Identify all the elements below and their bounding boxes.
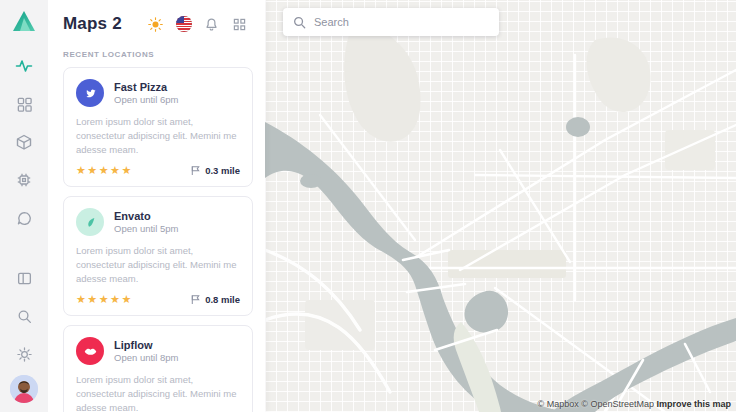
search-input[interactable] — [314, 16, 489, 28]
page-title: Maps 2 — [63, 14, 122, 34]
gear-icon — [16, 346, 33, 363]
rating-stars: ★★★★★ — [76, 164, 133, 176]
location-name: Fast Pizza — [114, 81, 178, 94]
sidebar-item-cpu[interactable] — [5, 161, 43, 199]
location-name: Envato — [114, 210, 178, 223]
icon-sidebar — [0, 0, 48, 412]
app-logo-icon[interactable] — [11, 9, 37, 33]
flag-icon — [190, 165, 201, 176]
fast-pizza-bird-icon — [76, 79, 104, 107]
sidebar-item-activity[interactable] — [5, 47, 43, 85]
grid-icon — [16, 96, 33, 113]
recent-locations-label: RECENT LOCATIONS — [63, 50, 265, 59]
sidebar-item-packages[interactable] — [5, 123, 43, 161]
recent-locations-list: Fast Pizza Open until 6pm Lorem ipsum do… — [63, 67, 265, 412]
us-flag-icon — [176, 16, 192, 32]
chat-bubble-icon — [16, 210, 33, 227]
sidebar-item-layout[interactable] — [5, 259, 43, 297]
location-hours: Open until 8pm — [114, 352, 178, 364]
location-card-lipflow[interactable]: Lipflow Open until 8pm Lorem ipsum dolor… — [63, 325, 253, 412]
location-hours: Open until 5pm — [114, 223, 178, 235]
lipflow-lips-icon — [76, 337, 104, 365]
notifications-button[interactable] — [203, 16, 220, 33]
location-hours: Open until 6pm — [114, 94, 178, 106]
theme-toggle-button[interactable] — [147, 16, 164, 33]
search-icon — [293, 16, 306, 29]
location-description: Lorem ipsum dolor sit amet, consectetur … — [76, 373, 244, 412]
mapbox-attribution: © Mapbox — [538, 399, 579, 409]
location-name: Lipflow — [114, 339, 178, 352]
locations-panel: Maps 2 — [48, 0, 265, 412]
chip-icon — [15, 171, 33, 189]
distance-value: 0.8 mile — [205, 294, 240, 305]
location-card-envato[interactable]: Envato Open until 5pm Lorem ipsum dolor … — [63, 196, 253, 316]
search-icon — [16, 308, 33, 325]
avatar-image — [10, 375, 38, 403]
rating-stars: ★★★★★ — [76, 293, 133, 305]
sun-icon — [148, 17, 163, 32]
map-canvas[interactable]: © Mapbox © OpenStreetMap Improve this ma… — [265, 0, 736, 412]
osm-attribution: © OpenStreetMap — [581, 399, 654, 409]
cube-icon — [15, 133, 33, 151]
panel-header: Maps 2 — [63, 14, 265, 34]
map-features — [265, 0, 736, 412]
maps-app-window: Maps 2 — [0, 0, 736, 412]
apps-grid-icon — [233, 18, 246, 31]
sidebar-item-chat[interactable] — [5, 199, 43, 237]
map-search-bar — [283, 8, 499, 36]
user-avatar[interactable] — [10, 375, 38, 403]
apps-menu-button[interactable] — [231, 16, 248, 33]
flag-icon — [190, 294, 201, 305]
location-card-fast-pizza[interactable]: Fast Pizza Open until 6pm Lorem ipsum do… — [63, 67, 253, 187]
distance-value: 0.3 mile — [205, 165, 240, 176]
map-attribution: © Mapbox © OpenStreetMap Improve this ma… — [538, 399, 731, 409]
envato-leaf-icon — [76, 208, 104, 236]
location-description: Lorem ipsum dolor sit amet, consectetur … — [76, 244, 244, 286]
layout-panel-icon — [16, 270, 33, 287]
improve-map-link[interactable]: Improve this map — [656, 399, 731, 409]
activity-icon — [15, 57, 33, 75]
language-selector-button[interactable] — [175, 16, 192, 33]
sidebar-item-search[interactable] — [5, 297, 43, 335]
location-description: Lorem ipsum dolor sit amet, consectetur … — [76, 115, 244, 157]
sidebar-item-settings[interactable] — [5, 335, 43, 373]
bell-icon — [204, 17, 219, 32]
sidebar-item-dashboard[interactable] — [5, 85, 43, 123]
